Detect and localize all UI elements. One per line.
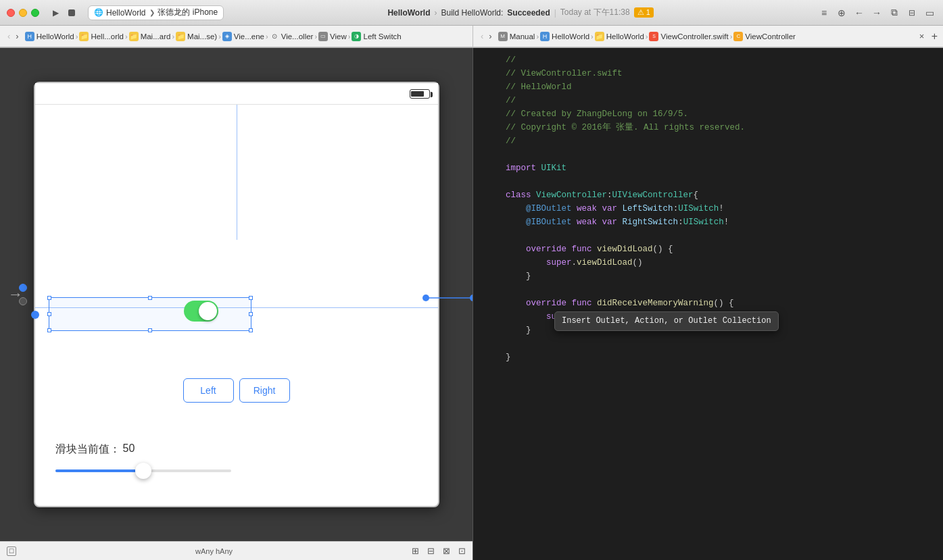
nav-arrows-left: ‹ › [5,31,21,41]
close-button[interactable] [7,9,15,17]
back-nav-icon[interactable]: ← [852,6,866,20]
nav-arrows-right: ‹ › [479,31,494,41]
code-line-16: super . viewDidLoad () [473,256,943,270]
right-button[interactable]: Right [239,378,290,403]
scheme-selector[interactable]: 🌐 HelloWorld ❯ 张德龙的 iPhone [88,5,224,20]
breadcrumb-view[interactable]: ▭ View [318,32,347,41]
code-line-14 [473,229,943,243]
breadcrumb-hell-orld[interactable]: 📁 Hell...orld [79,32,124,41]
forward-nav-icon[interactable]: → [870,6,884,20]
build-label: Build HelloWorld: [441,8,504,18]
breadcrumb-vie-oller[interactable]: ⊙ Vie...oller [270,32,314,41]
hamburger-icon[interactable]: ≡ [817,6,831,20]
folder-icon-2: 📁 [129,32,139,41]
maximize-button[interactable] [31,9,39,17]
code-editor[interactable]: // // ViewController.swift // HelloWorld… [473,48,943,560]
breadcrumb-helloworld-r[interactable]: H HelloWorld [540,32,589,41]
bottom-grid-icon[interactable]: ☐ [7,546,16,556]
breadcrumb-mai-ard[interactable]: 📁 Mai...ard [129,32,171,41]
folder-icon-r: 📁 [595,32,604,41]
title-bar-right: ≡ ⊕ ← → ⧉ ⊟ ▭ [817,6,936,20]
bottom-icon-3[interactable]: ⊠ [443,546,450,556]
scheme-app-name: HelloWorld [106,8,145,18]
close-tab-icon[interactable]: × [915,30,929,43]
breadcrumb-mai-se[interactable]: 📁 Mai...se) [176,32,217,41]
crosshair-vertical [237,105,237,240]
slider-fill [55,469,143,472]
breadcrumb-viewcontroller-class[interactable]: C ViewController [733,32,796,41]
breadcrumb-helloworld[interactable]: H HelloWorld [25,32,74,41]
swift-icon: S [649,32,658,41]
switch-icon: ◑ [352,32,361,41]
nav-forward-right[interactable]: › [487,31,493,41]
minimize-button[interactable] [19,9,27,17]
slider-track[interactable] [55,469,231,472]
interface-builder-pane: → [0,48,473,560]
ios-status-bar [35,83,438,105]
insert-outlet-tooltip: Insert Outlet, Action, or Outlet Collect… [554,311,779,331]
title-timestamp: Today at 下午11:38 [560,7,630,18]
breadcrumb-swift-file[interactable]: S ViewController.swift [649,32,728,41]
code-line-3: // HelloWorld [473,80,943,94]
controller-icon: ⊙ [270,32,279,41]
battery-icon [410,89,430,99]
slider-container[interactable] [55,469,231,472]
ios-content-area: Left Right 滑块当前值： 50 [35,105,438,506]
handle-mr [249,312,253,316]
breadcrumb-vie-ene[interactable]: ◈ Vie...ene [222,32,264,41]
scene-icon: ◈ [222,32,232,41]
code-tabs-right: × + [915,30,938,43]
code-line-7: // [473,134,943,148]
code-line-15: override func viewDidLoad () { [473,243,943,256]
scope-icon[interactable]: ⊕ [835,6,848,20]
ios-toggle[interactable] [184,301,218,322]
nav-back-left[interactable]: ‹ [5,31,12,41]
play-button[interactable]: ▶ [50,7,61,18]
tooltip-label: Insert Outlet, Action, or Outlet Collect… [562,316,771,326]
handle-tr [249,296,253,300]
handle-tm [148,296,152,300]
code-line-13: @IBOutlet weak var RightSwitch : UISwitc… [473,215,943,229]
bottom-icon-4[interactable]: ⊡ [458,546,466,556]
warning-badge[interactable]: ⚠ 1 [634,7,654,18]
slider-thumb[interactable] [135,463,151,479]
handle-bl [47,328,51,332]
ib-canvas[interactable]: → [0,48,473,541]
code-line-4: // [473,94,943,107]
split-v-icon[interactable]: ⧉ [888,6,901,20]
ib-dot-2 [19,297,27,305]
ib-bottom-bar: ☐ wAny hAny ⊞ ⊟ ⊠ ⊡ [0,541,473,560]
code-line-11: class ViewController : UIViewController … [473,188,943,202]
breadcrumb-left-switch[interactable]: ◑ Left Switch [352,32,401,41]
breadcrumb-manual[interactable]: M Manual [498,32,535,41]
manual-icon: M [498,32,508,41]
bottom-icon-2[interactable]: ⊟ [427,546,435,556]
bottom-icon-1[interactable]: ⊞ [412,546,419,556]
breadcrumb-helloworld-r2[interactable]: 📁 HelloWorld [595,32,644,41]
code-editor-pane: // // ViewController.swift // HelloWorld… [473,48,943,560]
code-line-17: } [473,270,943,283]
toggle-switch-container[interactable] [184,301,218,322]
code-line-12: @IBOutlet weak var LeftSwitch : UISwitch… [473,202,943,215]
window-icon[interactable]: ▭ [923,6,936,20]
nav-back-right[interactable]: ‹ [479,31,485,41]
selection-box [49,297,251,331]
nav-forward-left[interactable]: › [14,31,20,41]
left-button[interactable]: Left [183,378,234,403]
add-tab-button[interactable]: + [932,30,938,43]
size-class-label: wAny hAny [195,547,233,555]
class-icon: C [733,32,743,41]
split-h-icon[interactable]: ⊟ [905,6,919,20]
code-line-23: } [473,351,943,364]
code-line-6: // Copyright © 2016年 张量. All rights rese… [473,121,943,134]
slider-value: 50 [123,442,135,457]
code-line-10 [473,175,943,188]
code-line-22 [473,337,943,351]
main-area: → [0,48,943,560]
view-icon: ▭ [318,32,328,41]
stop-button[interactable] [66,7,77,18]
connection-dot-left [31,311,39,319]
ios-buttons-row: Left Right [169,378,304,403]
build-status: Succeeded [507,8,550,18]
folder-icon-3: 📁 [176,32,185,41]
